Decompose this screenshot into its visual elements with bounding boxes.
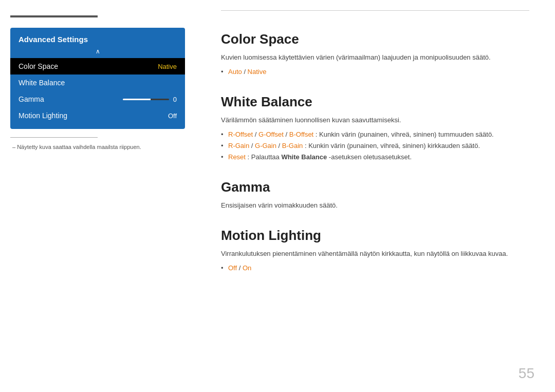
- white-balance-bullet-3: Reset : Palauttaa White Balance -asetuks…: [221, 152, 529, 163]
- color-space-title: Color Space: [221, 31, 529, 47]
- color-space-desc: Kuvien luomisessa käytettävien värien (v…: [221, 52, 529, 63]
- gamma-slider-container: 0: [123, 96, 177, 103]
- main-content: Color Space Kuvien luomisessa käytettävi…: [195, 0, 555, 392]
- color-space-bullet-1: Auto / Native: [221, 66, 529, 78]
- motion-lighting-bullets: Off / On: [221, 263, 529, 274]
- menu-item-color-space[interactable]: Color Space Native: [10, 58, 185, 74]
- gamma-slider[interactable]: [123, 99, 169, 100]
- section-white-balance: White Balance Värilämmön säätäminen luon…: [221, 94, 529, 163]
- top-bar-right: [221, 10, 529, 11]
- white-balance-bullet-2: R-Gain / G-Gain / B-Gain : Kunkin värin …: [221, 140, 529, 152]
- page-number: 55: [519, 365, 534, 382]
- color-space-native: Native: [248, 68, 267, 76]
- color-space-bullets: Auto / Native: [221, 66, 529, 78]
- menu-chevron[interactable]: ∧: [10, 48, 185, 58]
- menu-item-white-balance-label: White Balance: [18, 79, 65, 87]
- motion-on: On: [243, 264, 251, 272]
- color-space-auto: Auto: [228, 68, 242, 76]
- menu-item-color-space-value: Native: [158, 63, 177, 70]
- menu-item-white-balance[interactable]: White Balance: [10, 74, 185, 91]
- menu-item-motion-lighting-value: Off: [168, 112, 177, 120]
- section-color-space: Color Space Kuvien luomisessa käytettävi…: [221, 31, 529, 78]
- white-balance-bullets: R-Offset / G-Offset / B-Offset : Kunkin …: [221, 129, 529, 163]
- menu-item-motion-lighting-label: Motion Lighting: [18, 111, 67, 120]
- r-offset: R-Offset: [228, 130, 253, 138]
- section-motion-lighting: Motion Lighting Virrankulutuksen pienent…: [221, 228, 529, 274]
- menu-item-gamma[interactable]: Gamma 0: [10, 91, 185, 107]
- section-gamma: Gamma Ensisijaisen värin voimakkuuden sä…: [221, 179, 529, 211]
- white-balance-title: White Balance: [221, 94, 529, 110]
- gamma-title: Gamma: [221, 179, 529, 195]
- motion-lighting-title: Motion Lighting: [221, 228, 529, 244]
- sidebar-note: – Näytetty kuva saattaa vaihdella maails…: [10, 143, 185, 152]
- top-bar-left: [10, 15, 98, 17]
- gamma-value: 0: [173, 96, 177, 103]
- menu-item-gamma-label: Gamma: [18, 95, 44, 103]
- menu-panel: Advanced Settings ∧ Color Space Native W…: [10, 28, 185, 129]
- motion-lighting-bullet-1: Off / On: [221, 263, 529, 274]
- motion-off: Off: [228, 264, 237, 272]
- motion-lighting-desc: Virrankulutuksen pienentäminen vähentämä…: [221, 249, 529, 259]
- b-gain: B-Gain: [282, 142, 303, 150]
- reset-label: Reset: [228, 153, 246, 161]
- white-balance-bullet-1: R-Offset / G-Offset / B-Offset : Kunkin …: [221, 129, 529, 140]
- gamma-desc: Ensisijaisen värin voimakkuuden säätö.: [221, 200, 529, 211]
- white-balance-desc: Värilämmön säätäminen luonnollisen kuvan…: [221, 115, 529, 126]
- sidebar: Advanced Settings ∧ Color Space Native W…: [0, 0, 195, 392]
- color-space-separator-1: /: [244, 68, 247, 76]
- menu-title: Advanced Settings: [10, 35, 185, 48]
- menu-item-color-space-label: Color Space: [18, 62, 58, 70]
- b-offset: B-Offset: [289, 130, 313, 138]
- menu-item-motion-lighting[interactable]: Motion Lighting Off: [10, 107, 185, 124]
- g-offset: G-Offset: [258, 130, 284, 138]
- white-balance-bold: White Balance: [281, 153, 327, 161]
- sidebar-divider: [10, 137, 98, 138]
- r-gain: R-Gain: [228, 142, 249, 150]
- g-gain: G-Gain: [255, 142, 276, 150]
